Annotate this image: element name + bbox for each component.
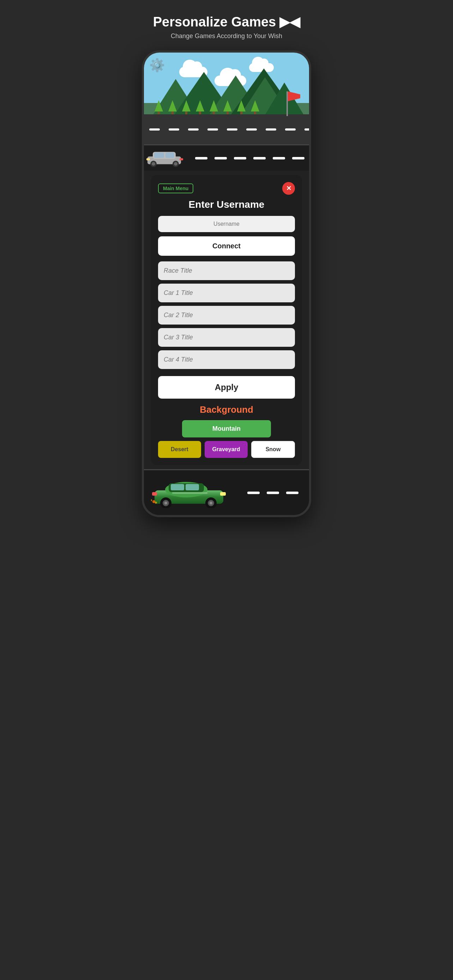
page-title: Personalize Games ▶◀ [138,14,315,30]
connect-button[interactable]: Connect [158,236,295,256]
car-silver [146,148,184,169]
dialog-header-row: Main Menu ✕ [158,182,295,195]
svg-point-22 [210,502,212,504]
close-button[interactable]: ✕ [282,182,295,195]
apply-button[interactable]: Apply [158,376,295,399]
page-header: Personalize Games ▶◀ Change Games Accord… [138,14,315,40]
phone-frame: ⚙️ [142,51,311,517]
bg-mountain-button[interactable]: Mountain [182,420,271,438]
main-menu-badge: Main Menu [158,183,193,193]
background-section-title: Background [158,404,295,415]
svg-point-27 [155,502,157,504]
game-scene: ⚙️ [144,52,309,144]
bg-snow-button[interactable]: Snow [251,441,295,458]
bg-row-buttons: Desert Graveyard Snow [158,441,295,458]
svg-rect-14 [171,484,184,490]
svg-rect-2 [154,153,164,158]
svg-rect-24 [152,492,157,496]
page-title-text: Personalize Games [153,14,276,30]
dialog-box: Main Menu ✕ Enter Username Connect [151,175,302,465]
svg-point-19 [164,502,167,504]
background-buttons: Mountain Desert Graveyard Snow [158,420,295,458]
dialog-overlay: Main Menu ✕ Enter Username Connect [144,171,309,469]
phone-content: ⚙️ [144,52,309,515]
road-top [144,114,309,144]
svg-rect-3 [165,153,174,158]
svg-rect-9 [180,158,183,161]
car1-title-input[interactable] [158,284,295,302]
race-title-input[interactable] [158,261,295,280]
svg-rect-8 [146,158,150,161]
bg-desert-button[interactable]: Desert [158,441,201,458]
bottom-road-section [144,469,309,515]
car4-title-input[interactable] [158,350,295,369]
svg-point-26 [151,499,152,501]
bg-graveyard-button[interactable]: Graveyard [205,441,248,458]
svg-point-7 [174,162,178,166]
svg-rect-16 [172,492,207,494]
svg-rect-15 [186,484,199,490]
car2-title-input[interactable] [158,306,295,325]
svg-point-5 [152,162,155,166]
gear-icon: ⚙️ [149,58,165,73]
page-subtitle: Change Games According to Your Wish [138,32,315,40]
car-green [151,476,229,509]
username-input[interactable] [158,216,295,232]
bottom-road-dashes [247,492,299,494]
car3-title-input[interactable] [158,328,295,347]
dialog-title: Enter Username [158,199,295,210]
road-lane-1 [144,144,309,171]
svg-point-25 [153,500,155,503]
gamepad-icon: ▶◀ [280,14,300,30]
race-flag [286,91,288,116]
svg-rect-23 [220,492,226,496]
